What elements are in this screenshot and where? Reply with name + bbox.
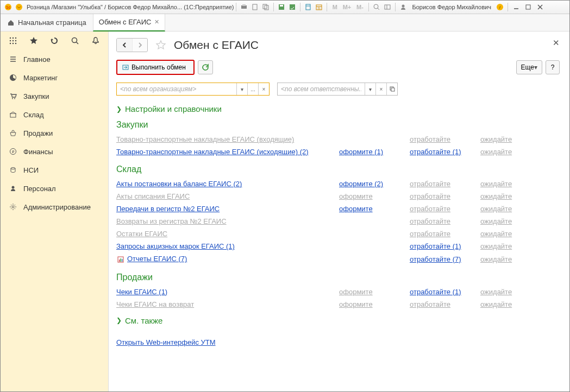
execute-exchange-label: Выполнить обмен	[131, 64, 186, 71]
link-otrabotayte[interactable]: отработайте (1)	[410, 148, 461, 156]
tab-close-icon[interactable]: ✕	[154, 18, 159, 26]
panel-icon[interactable]	[384, 3, 391, 11]
dropdown-icon[interactable]	[15, 3, 23, 11]
content-area: ✕ Обмен с ЕГАИС Выполнить обмен Еще ? ▾	[109, 31, 569, 392]
sidebar-item-sales[interactable]: Продажи	[1, 124, 108, 142]
link-ozhidayte: ожидайте	[480, 242, 512, 250]
svg-line-17	[378, 8, 379, 10]
tab-active[interactable]: Обмен с ЕГАИС ✕	[93, 14, 166, 31]
filter-org-select[interactable]: ...	[247, 83, 258, 95]
more-button[interactable]: Еще	[516, 60, 542, 74]
sidebar: Главное Маркетинг Закупки Склад Продажи …	[1, 31, 109, 392]
link-otrabotayte[interactable]: отработайте (7)	[410, 255, 461, 263]
filter-resp-clear[interactable]: ×	[375, 83, 386, 95]
doc-row: Запросы акцизных марок ЕГАИС (1)отработа…	[116, 240, 560, 252]
link-ozhidayte: ожидайте	[480, 288, 512, 296]
link-oformite[interactable]: оформите	[339, 205, 373, 213]
maximize-button[interactable]	[523, 3, 534, 11]
sidebar-item-purchases[interactable]: Закупки	[1, 87, 108, 105]
refresh-button[interactable]	[198, 60, 213, 74]
calc-icon[interactable]	[304, 3, 312, 11]
nav-back-button[interactable]	[117, 39, 132, 52]
filter-org-clear[interactable]: ×	[258, 83, 269, 95]
doc-row: Товарно-транспортные накладные ЕГАИС (вх…	[116, 133, 560, 146]
sidebar-item-nsi[interactable]: НСИ	[1, 161, 108, 179]
doc-row: Чеки ЕГАИС на возвратоформитеотработайте…	[116, 298, 560, 311]
save-icon[interactable]	[278, 3, 285, 11]
section-title: Склад	[116, 165, 560, 174]
close-button[interactable]	[535, 3, 546, 11]
doc-type-link[interactable]: Чеки ЕГАИС (1)	[116, 288, 167, 296]
link-otrabotayte[interactable]: отработайте (1)	[410, 288, 461, 296]
history-icon[interactable]	[49, 36, 59, 46]
page-title: Обмен с ЕГАИС	[174, 39, 259, 52]
expand-settings[interactable]: ❯Настройки и справочники	[116, 104, 560, 113]
doc-type-link[interactable]: Запросы акцизных марок ЕГАИС (1)	[116, 242, 235, 250]
sidebar-item-warehouse[interactable]: Склад	[1, 105, 108, 124]
svg-point-30	[10, 40, 11, 41]
filter-org-input[interactable]	[117, 85, 236, 93]
link-ozhidayte: ожидайте	[480, 300, 512, 308]
filter-resp-input[interactable]	[278, 85, 365, 93]
minimize-button[interactable]	[511, 3, 522, 11]
sidebar-item-admin[interactable]: Администрирование	[1, 198, 108, 216]
saveas-icon[interactable]	[289, 3, 296, 11]
expand-seealso[interactable]: ❯См. также	[116, 316, 560, 325]
tab-active-label: Обмен с ЕГАИС	[99, 18, 152, 26]
sidebar-toolbar	[1, 31, 108, 50]
filter-resp-dropdown[interactable]: ▾	[365, 83, 375, 95]
svg-rect-53	[119, 260, 120, 262]
print-icon[interactable]	[240, 3, 248, 11]
gear-icon	[8, 203, 18, 211]
pie-icon	[8, 74, 18, 81]
calendar-icon[interactable]: 31	[315, 3, 323, 11]
doc-type-link[interactable]: Отчеты ЕГАИС (7)	[127, 255, 187, 263]
doc-type-link[interactable]: Товарно-транспортные накладные ЕГАИС (ис…	[116, 148, 309, 156]
ruble-icon: ₽	[8, 148, 18, 155]
report-icon	[116, 255, 125, 264]
copy-icon[interactable]	[262, 3, 270, 11]
link-oformite[interactable]: оформите (1)	[339, 148, 383, 156]
mminus-label[interactable]: M-	[355, 3, 365, 11]
svg-rect-24	[526, 5, 530, 9]
filter-org-dropdown[interactable]: ▾	[236, 83, 247, 95]
link-otrabotayte[interactable]: отработайте (1)	[410, 242, 461, 250]
info-icon[interactable]: i	[496, 3, 504, 11]
doc-type-link[interactable]: Передачи в регистр №2 ЕГАИС	[116, 205, 220, 213]
svg-point-16	[374, 4, 378, 9]
favorite-star-icon[interactable]	[155, 40, 166, 50]
basket-icon	[8, 129, 18, 137]
svg-point-29	[15, 37, 16, 38]
doc-type-link[interactable]: Акты постановки на баланс ЕГАИС (2)	[116, 180, 242, 188]
link-ozhidayte: ожидайте	[480, 217, 512, 225]
sidebar-item-main[interactable]: Главное	[1, 50, 108, 68]
search-icon[interactable]	[70, 36, 80, 46]
link-utm[interactable]: Открыть Web-интерфейс УТМ	[116, 338, 216, 346]
sidebar-item-marketing[interactable]: Маркетинг	[1, 68, 108, 87]
link-ozhidayte: ожидайте	[480, 230, 512, 238]
link-oformite[interactable]: оформите (2)	[339, 180, 383, 188]
warehouse-icon	[8, 111, 18, 118]
menu-icon[interactable]	[8, 36, 18, 46]
tab-home[interactable]: Начальная страница	[1, 14, 93, 31]
svg-point-47	[12, 186, 15, 189]
star-icon[interactable]	[29, 36, 39, 46]
m-label[interactable]: M	[331, 3, 339, 11]
help-button[interactable]: ?	[546, 60, 560, 74]
chevron-right-icon: ❯	[116, 105, 122, 113]
nav-forward-button[interactable]	[132, 39, 147, 52]
cart-icon	[8, 92, 18, 100]
svg-rect-9	[280, 5, 283, 7]
execute-exchange-button[interactable]: Выполнить обмен	[116, 60, 195, 75]
bell-icon[interactable]	[91, 36, 101, 46]
filter-resp-open[interactable]	[386, 83, 397, 95]
zoom-icon[interactable]	[373, 3, 380, 11]
preview-icon[interactable]	[251, 3, 259, 11]
mplus-label[interactable]: M+	[342, 3, 352, 11]
svg-point-35	[15, 42, 16, 43]
content-close-icon[interactable]: ✕	[553, 38, 560, 48]
sidebar-item-personnel[interactable]: Персонал	[1, 179, 108, 198]
sidebar-item-finance[interactable]: ₽Финансы	[1, 142, 108, 161]
svg-rect-11	[306, 4, 310, 10]
svg-point-2	[16, 4, 22, 10]
